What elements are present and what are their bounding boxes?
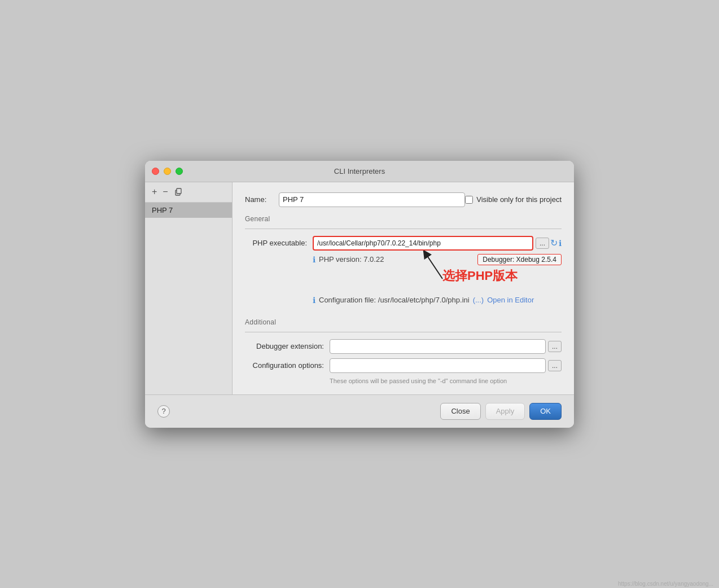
main-content: Name: Visible only for this project Gene… — [233, 182, 574, 394]
add-interpreter-button[interactable]: + — [151, 187, 158, 196]
debugger-badge: Debugger: Xdebug 2.5.4 — [477, 254, 562, 265]
debugger-ext-row: Debugger extension: ... — [245, 339, 562, 354]
additional-section-title: Additional — [245, 318, 562, 326]
name-row: Name: Visible only for this project — [245, 192, 562, 207]
general-divider — [245, 229, 562, 229]
additional-divider — [245, 332, 562, 332]
config-file-row: ℹ Configuration file: /usr/local/etc/php… — [313, 296, 562, 305]
debugger-ext-input[interactable] — [330, 339, 546, 354]
sidebar-item-php7[interactable]: PHP 7 — [145, 203, 232, 218]
general-section-title: General — [245, 215, 562, 223]
visible-checkbox-area: Visible only for this project — [465, 195, 562, 204]
php-executable-label: PHP executable: — [245, 239, 313, 247]
close-button[interactable]: Close — [440, 403, 480, 420]
traffic-lights — [152, 168, 183, 175]
close-button[interactable] — [152, 168, 159, 175]
php-version-text: PHP version: 7.0.22 — [319, 255, 384, 264]
sidebar-toolbar: + − — [145, 182, 232, 203]
debugger-ext-label: Debugger extension: — [245, 342, 330, 350]
general-section: General PHP executable: ... ↻ ℹ ℹ PHP ve… — [245, 215, 562, 307]
dialog-title: CLI Interpreters — [334, 167, 385, 175]
name-label: Name: — [245, 195, 279, 204]
maximize-button[interactable] — [176, 168, 183, 175]
additional-section: Additional Debugger extension: ... Confi… — [245, 318, 562, 384]
debugger-ext-browse-button[interactable]: ... — [548, 341, 562, 352]
php-executable-input[interactable] — [313, 236, 533, 251]
visible-only-checkbox[interactable] — [465, 196, 473, 204]
chinese-annotation: 选择PHP版本 — [442, 267, 545, 284]
titlebar: CLI Interpreters — [145, 161, 574, 182]
footer-left: ? — [157, 405, 170, 418]
name-input[interactable] — [279, 192, 465, 207]
interpreter-list: PHP 7 — [145, 203, 232, 394]
dialog-body: + − PHP 7 Name: Visi — [145, 182, 574, 394]
sidebar: + − PHP 7 — [145, 182, 233, 394]
footer-right: Close Apply OK — [440, 403, 562, 420]
config-options-input[interactable] — [330, 358, 546, 373]
apply-button[interactable]: Apply — [485, 403, 525, 420]
open-in-editor-link[interactable]: Open in Editor — [487, 296, 534, 304]
copy-interpreter-button[interactable] — [173, 187, 184, 196]
remove-interpreter-button[interactable]: − — [161, 187, 169, 196]
config-file-link[interactable]: (...) — [473, 296, 484, 304]
minimize-button[interactable] — [164, 168, 171, 175]
config-file-text: Configuration file: /usr/local/etc/php/7… — [319, 296, 470, 304]
php-executable-row: PHP executable: ... ↻ ℹ — [245, 236, 562, 251]
reload-button[interactable]: ↻ — [550, 238, 558, 248]
config-options-row: Configuration options: ... — [245, 358, 562, 373]
svg-rect-1 — [177, 188, 181, 194]
ok-button[interactable]: OK — [529, 403, 562, 420]
footer: ? Close Apply OK — [145, 394, 574, 428]
php-exe-browse-button[interactable]: ... — [536, 238, 549, 249]
info-button[interactable]: ℹ — [559, 239, 562, 248]
info-config-icon: ℹ — [313, 296, 315, 305]
config-options-browse-button[interactable]: ... — [548, 360, 562, 371]
visible-only-label: Visible only for this project — [476, 195, 562, 204]
hint-text: These options will be passed using the "… — [330, 378, 562, 384]
help-button[interactable]: ? — [157, 405, 170, 418]
config-options-label: Configuration options: — [245, 361, 330, 370]
info-version-icon: ℹ — [313, 255, 315, 264]
